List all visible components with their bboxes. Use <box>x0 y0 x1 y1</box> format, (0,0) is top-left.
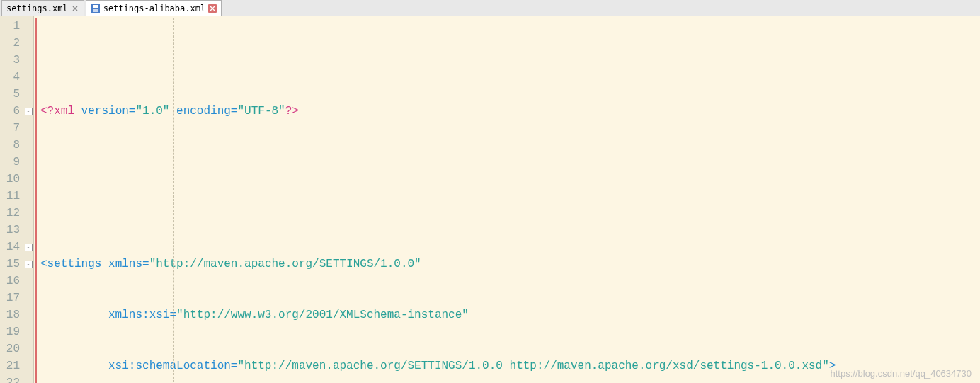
fold-slot: - <box>23 103 33 120</box>
fold-slot <box>23 137 33 154</box>
change-marker <box>35 222 37 239</box>
line-number: 10 <box>0 171 20 188</box>
fold-slot <box>23 52 33 69</box>
fold-slot <box>23 222 33 239</box>
line-number: 7 <box>0 120 20 137</box>
line-number-gutter: 12345678910111213141516171819202122 <box>0 16 23 383</box>
change-marker <box>35 375 37 383</box>
change-marker <box>35 103 37 120</box>
fold-slot <box>23 324 33 341</box>
fold-toggle-icon[interactable]: - <box>25 244 33 251</box>
line-number: 17 <box>0 290 20 307</box>
fold-toggle-icon[interactable]: - <box>25 261 33 268</box>
code-line <box>40 154 980 171</box>
fold-slot <box>23 358 33 375</box>
line-number: 21 <box>0 358 20 375</box>
change-marker <box>35 290 37 307</box>
line-number: 15 <box>0 256 20 273</box>
code-line <box>40 205 980 222</box>
code-area[interactable]: <?xml version="1.0" encoding="UTF-8"?> <… <box>38 16 980 383</box>
fold-slot <box>23 375 33 383</box>
fold-slot <box>23 18 33 35</box>
change-marker <box>35 188 37 205</box>
fold-slot: - <box>23 239 33 256</box>
line-number: 2 <box>0 35 20 52</box>
fold-slot <box>23 120 33 137</box>
fold-slot <box>23 307 33 324</box>
fold-slot <box>23 86 33 103</box>
change-marker <box>35 154 37 171</box>
change-marker <box>35 137 37 154</box>
fold-toggle-icon[interactable]: - <box>25 108 33 115</box>
tab-label: settings.xml <box>6 4 68 13</box>
code-line: xmlns:xsi="http://www.w3.org/2001/XMLSch… <box>40 307 980 324</box>
line-number: 14 <box>0 239 20 256</box>
fold-slot <box>23 69 33 86</box>
change-marker <box>35 52 37 69</box>
change-marker <box>35 341 37 358</box>
save-icon <box>91 4 101 13</box>
fold-gutter[interactable]: --- <box>23 16 34 383</box>
line-number: 5 <box>0 86 20 103</box>
indent-guide <box>147 18 147 382</box>
fold-slot <box>23 171 33 188</box>
svg-rect-1 <box>93 5 98 8</box>
line-number: 13 <box>0 222 20 239</box>
line-number: 8 <box>0 137 20 154</box>
line-number: 16 <box>0 273 20 290</box>
fold-slot <box>23 205 33 222</box>
change-marker <box>35 358 37 375</box>
line-number: 9 <box>0 154 20 171</box>
line-number: 6 <box>0 103 20 120</box>
close-icon[interactable] <box>71 4 79 13</box>
fold-slot <box>23 341 33 358</box>
change-marker <box>35 239 37 256</box>
line-number: 4 <box>0 69 20 86</box>
change-marker <box>35 205 37 222</box>
code-line: <?xml version="1.0" encoding="UTF-8"?> <box>40 103 980 120</box>
line-number: 22 <box>0 375 20 383</box>
code-editor[interactable]: 12345678910111213141516171819202122 --- … <box>0 16 980 383</box>
tab-label: settings-alibaba.xml <box>103 4 206 13</box>
fold-slot <box>23 154 33 171</box>
tab-settings-xml[interactable]: settings.xml <box>1 0 84 16</box>
fold-slot <box>23 273 33 290</box>
code-line: <settings xmlns="http://maven.apache.org… <box>40 256 980 273</box>
line-number: 11 <box>0 188 20 205</box>
change-marker <box>35 171 37 188</box>
change-marker <box>35 307 37 324</box>
change-marker <box>35 35 37 52</box>
line-number: 18 <box>0 307 20 324</box>
watermark-text: https://blog.csdn.net/qq_40634730 <box>831 368 972 379</box>
fold-slot <box>23 290 33 307</box>
fold-slot <box>23 188 33 205</box>
change-marker <box>35 18 37 35</box>
close-icon[interactable] <box>208 4 217 13</box>
change-marker <box>35 273 37 290</box>
tab-bar: settings.xml settings-alibaba.xml <box>0 0 980 16</box>
line-number: 1 <box>0 18 20 35</box>
indent-guide <box>173 18 174 382</box>
line-number: 3 <box>0 52 20 69</box>
tab-settings-alibaba-xml[interactable]: settings-alibaba.xml <box>86 0 222 16</box>
line-number: 12 <box>0 205 20 222</box>
fold-slot <box>23 35 33 52</box>
line-number: 19 <box>0 324 20 341</box>
fold-slot: - <box>23 256 33 273</box>
change-marker <box>35 324 37 341</box>
svg-rect-2 <box>93 9 98 12</box>
change-marker <box>35 120 37 137</box>
change-marker <box>35 256 37 273</box>
line-number: 20 <box>0 341 20 358</box>
change-marker <box>35 69 37 86</box>
change-marker <box>35 86 37 103</box>
